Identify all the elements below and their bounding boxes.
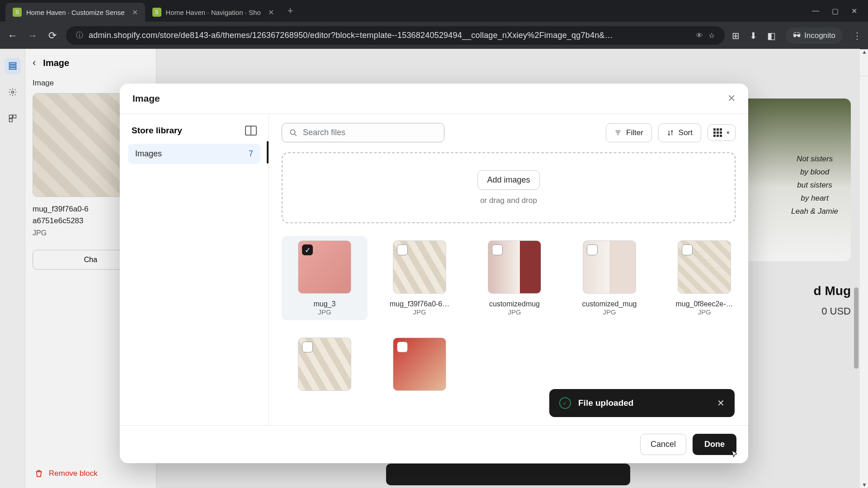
cancel-button[interactable]: Cancel: [640, 434, 686, 455]
toast-close-button[interactable]: ✕: [717, 398, 725, 408]
file-type: JPG: [508, 308, 521, 316]
checkbox-icon[interactable]: [302, 342, 313, 352]
checkbox-checked-icon[interactable]: ✓: [302, 244, 313, 255]
modal-header: Image ✕: [120, 84, 748, 114]
file-thumbnail: [583, 240, 636, 294]
file-tile[interactable]: customizedmug JPG: [472, 236, 557, 320]
toast-message: File uploaded: [578, 398, 633, 408]
grid-view-icon: [713, 128, 722, 137]
modal-title: Image: [132, 93, 160, 104]
library-header: Store library: [128, 124, 260, 144]
search-input[interactable]: [303, 128, 437, 137]
sidebar-item-images[interactable]: Images 7: [128, 144, 260, 164]
chevron-down-icon: ▾: [726, 129, 730, 136]
image-picker-modal: Image ✕ Store library Images 7: [120, 84, 748, 463]
checkbox-icon[interactable]: [682, 244, 693, 255]
file-type: JPG: [413, 308, 426, 316]
search-icon: [289, 129, 297, 137]
modal-main: Filter Sort ▾ Add images or drag a: [269, 114, 748, 425]
sort-label: Sort: [679, 128, 693, 137]
sidebar-scroll-indicator: [267, 141, 269, 164]
file-tile[interactable]: mug_0f8eec2e-… JPG: [661, 236, 747, 320]
sidebar-item-label: Images: [135, 149, 162, 159]
sort-button[interactable]: Sort: [658, 123, 701, 142]
file-name: mug_f39f76a0-6…: [390, 300, 450, 308]
done-button[interactable]: Done: [693, 434, 736, 455]
file-type: JPG: [603, 308, 616, 316]
dropzone[interactable]: Add images or drag and drop: [282, 152, 736, 223]
modal-sidebar: Store library Images 7: [120, 114, 269, 425]
file-thumbnail: ✓: [298, 240, 351, 294]
modal-footer: Cancel Done: [120, 425, 748, 463]
file-grid: ✓ mug_3 JPG mug_f39f76a0-6… JPG c: [282, 236, 736, 395]
file-type: JPG: [698, 308, 711, 316]
dropzone-hint: or drag and drop: [300, 196, 717, 205]
file-thumbnail: [393, 338, 446, 391]
library-title: Store library: [132, 126, 182, 136]
svg-line-15: [294, 134, 297, 136]
file-type: JPG: [318, 308, 331, 316]
file-name: mug_0f8eec2e-…: [675, 300, 733, 308]
file-tile[interactable]: customized_mug JPG: [566, 236, 652, 320]
images-count: 7: [249, 149, 253, 159]
modal-body: Store library Images 7: [120, 114, 748, 425]
file-tile[interactable]: [282, 333, 368, 395]
file-tile[interactable]: [377, 333, 462, 395]
svg-point-14: [290, 130, 295, 135]
file-name: mug_3: [314, 300, 336, 308]
sidebar-collapse-icon[interactable]: [245, 126, 257, 136]
file-thumbnail: [488, 240, 541, 294]
filter-button[interactable]: Filter: [606, 123, 652, 142]
filter-label: Filter: [626, 128, 643, 137]
checkbox-icon[interactable]: [587, 244, 598, 255]
modal-toolbar: Filter Sort ▾: [282, 123, 736, 142]
file-thumbnail: [298, 338, 351, 391]
toast: ✓ File uploaded ✕: [549, 389, 735, 417]
file-tile[interactable]: ✓ mug_3 JPG: [282, 236, 368, 320]
search-input-wrapper[interactable]: [282, 123, 444, 142]
file-name: customized_mug: [582, 300, 637, 308]
checkbox-icon[interactable]: [397, 342, 408, 352]
filter-icon: [614, 129, 622, 136]
file-tile[interactable]: mug_f39f76a0-6… JPG: [377, 236, 462, 320]
add-images-button[interactable]: Add images: [477, 170, 539, 190]
file-name: customizedmug: [489, 300, 540, 308]
view-toggle[interactable]: ▾: [708, 124, 736, 141]
checkbox-icon[interactable]: [492, 244, 503, 255]
file-thumbnail: [678, 240, 731, 294]
file-thumbnail: [393, 240, 446, 294]
close-modal-button[interactable]: ✕: [727, 93, 736, 104]
success-check-icon: ✓: [559, 397, 571, 409]
checkbox-icon[interactable]: [397, 244, 408, 255]
sort-icon: [667, 129, 674, 136]
